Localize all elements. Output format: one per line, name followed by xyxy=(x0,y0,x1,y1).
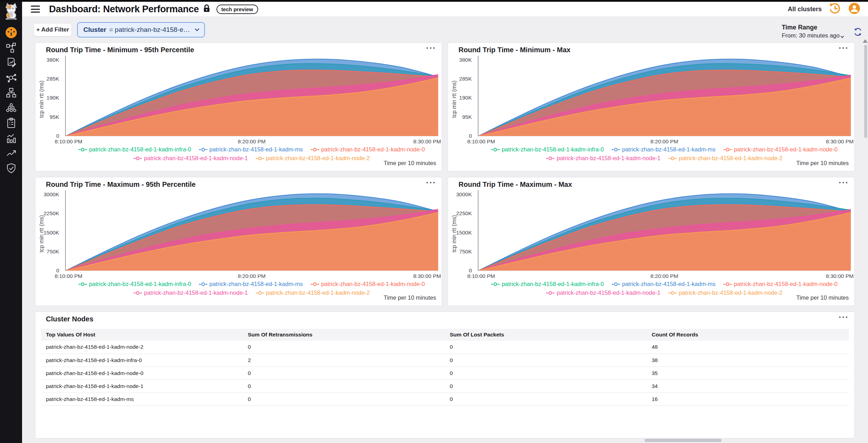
dashboards-gauge-icon xyxy=(5,27,17,39)
x-tick-label: 8:20:00 PM xyxy=(238,138,266,145)
chevron-down-icon xyxy=(841,35,844,38)
series-marker-icon xyxy=(668,291,677,295)
legend-item[interactable]: patrick-zhan-bz-4158-ed-1-kadm-node-0 xyxy=(723,146,838,153)
history-icon[interactable] xyxy=(829,2,841,16)
legend-item[interactable]: patrick-zhan-bz-4158-ed-1-kadm-node-1 xyxy=(133,155,248,162)
legend-item[interactable]: patrick-zhan-bz-4158-ed-1-kadm-node-0 xyxy=(311,281,425,287)
cluster-group-icon xyxy=(6,103,16,113)
legend-item[interactable]: patrick-zhan-bz-4158-ed-1-kadm-ms xyxy=(612,281,716,287)
sidebar-item-tasks[interactable] xyxy=(0,115,22,130)
area-chart xyxy=(65,190,438,271)
sidebar xyxy=(0,0,22,443)
legend-item[interactable]: patrick-zhan-bz-4158-ed-1-kadm-node-2 xyxy=(256,155,370,162)
horizontal-scrollbar-thumb[interactable] xyxy=(645,439,722,442)
legend-item[interactable]: patrick-zhan-bz-4158-ed-1-kadm-ms xyxy=(199,146,303,153)
sidebar-item-infrastructure[interactable] xyxy=(0,85,22,100)
y-tick-label: 285K xyxy=(31,76,59,82)
x-tick-label: 8:10:00 PM xyxy=(467,138,495,145)
scrollbar-up-arrow[interactable] xyxy=(863,39,868,43)
panel-menu-icon[interactable]: ··· xyxy=(839,177,849,188)
panel-title: Round Trip Time - Maximum - 95th Percent… xyxy=(46,180,196,189)
table-column-header: Count Of Records xyxy=(647,329,849,341)
legend-item[interactable]: patrick-zhan-bz-4158-ed-1-kadm-node-2 xyxy=(668,289,783,296)
user-avatar-icon[interactable] xyxy=(848,2,860,16)
y-tick-label: 750K xyxy=(444,248,472,255)
table-cell: 0 xyxy=(445,341,647,354)
x-axis-line xyxy=(65,136,438,136)
legend-item[interactable]: patrick-zhan-bz-4158-ed-1-kadm-infra-0 xyxy=(491,146,604,153)
series-marker-icon xyxy=(546,291,554,295)
cluster-filter-field: Cluster xyxy=(83,26,106,34)
table-row: patrick-zhan-bz-4158-ed-1-kadm-node-2004… xyxy=(41,341,849,354)
sidebar-item-reports[interactable] xyxy=(0,55,22,70)
table-row: patrick-zhan-bz-4158-ed-1-kadm-node-1003… xyxy=(41,380,849,393)
table-column-header: Top Values Of Host xyxy=(41,329,243,341)
y-tick-label: 285K xyxy=(444,76,472,82)
table-cell: 0 xyxy=(243,393,445,405)
sidebar-item-anomaly[interactable] xyxy=(0,70,22,85)
legend-item[interactable]: patrick-zhan-bz-4158-ed-1-kadm-infra-0 xyxy=(78,281,191,287)
topology-icon xyxy=(6,42,16,53)
chart-footer: Time per 10 minutes xyxy=(796,160,849,166)
clipboard-icon xyxy=(6,118,16,128)
sitemap-icon xyxy=(6,88,16,98)
legend-item[interactable]: patrick-zhan-bz-4158-ed-1-kadm-node-0 xyxy=(311,146,425,153)
legend-item[interactable]: patrick-zhan-bz-4158-ed-1-kadm-infra-0 xyxy=(78,146,191,153)
table-column-header: Sum Of Retransmissions xyxy=(243,329,445,341)
cluster-filter-chip[interactable]: Cluster = patrick-zhan-bz-4158-e… xyxy=(77,22,205,38)
panel-menu-icon[interactable]: ··· xyxy=(839,43,849,53)
legend-item[interactable]: patrick-zhan-bz-4158-ed-1-kadm-ms xyxy=(199,281,303,287)
series-marker-icon xyxy=(612,148,620,151)
legend-item[interactable]: patrick-zhan-bz-4158-ed-1-kadm-node-2 xyxy=(668,155,783,162)
all-clusters-selector[interactable]: All clusters xyxy=(788,6,822,13)
x-tick-label: 8:30:00 PM xyxy=(413,273,441,279)
y-tick-label: 1500K xyxy=(444,230,472,236)
report-edit-icon xyxy=(6,57,16,68)
chart-footer: Time per 10 minutes xyxy=(384,160,436,166)
y-tick-label: 95K xyxy=(444,114,472,120)
x-tick-label: 8:30:00 PM xyxy=(826,138,854,145)
refresh-icon[interactable] xyxy=(853,27,862,38)
panel-title: Round Trip Time - Maximum - Max xyxy=(459,180,572,189)
legend-item[interactable]: patrick-zhan-bz-4158-ed-1-kadm-node-1 xyxy=(133,289,248,296)
table-cell: 0 xyxy=(445,380,647,393)
legend-item[interactable]: patrick-zhan-bz-4158-ed-1-kadm-node-1 xyxy=(546,289,660,296)
panel-menu-icon[interactable]: ··· xyxy=(839,312,849,322)
sidebar-item-clusters[interactable] xyxy=(0,100,22,115)
chart-panel: Round Trip Time - Minimum - 95th Percent… xyxy=(35,42,442,171)
sidebar-item-security[interactable] xyxy=(0,161,22,176)
sidebar-item-dashboards[interactable] xyxy=(0,25,22,40)
legend-item[interactable]: patrick-zhan-bz-4158-ed-1-kadm-infra-0 xyxy=(491,281,604,287)
y-tick-label: 2250K xyxy=(31,210,59,217)
cluster-filter-value: = patrick-zhan-bz-4158-e… xyxy=(109,26,190,34)
vertical-scrollbar-thumb[interactable] xyxy=(864,45,867,138)
sidebar-item-topology[interactable] xyxy=(0,40,22,55)
series-marker-icon xyxy=(668,157,677,160)
shield-check-icon xyxy=(6,163,16,173)
molecule-icon xyxy=(6,73,16,83)
legend-item[interactable]: patrick-zhan-bz-4158-ed-1-kadm-node-1 xyxy=(546,155,660,162)
sidebar-item-metrics[interactable] xyxy=(0,130,22,145)
legend-item[interactable]: patrick-zhan-bz-4158-ed-1-kadm-node-2 xyxy=(256,289,370,296)
legend-item[interactable]: patrick-zhan-bz-4158-ed-1-kadm-ms xyxy=(612,146,716,153)
panel-menu-icon[interactable]: ··· xyxy=(426,177,436,188)
x-tick-label: 8:20:00 PM xyxy=(650,273,678,279)
panel-menu-icon[interactable]: ··· xyxy=(426,43,436,53)
legend-item[interactable]: patrick-zhan-bz-4158-ed-1-kadm-node-0 xyxy=(723,281,838,287)
x-axis-line xyxy=(65,271,438,271)
sidebar-item-trends[interactable] xyxy=(0,145,22,161)
y-tick-label: 750K xyxy=(31,248,59,255)
lock-icon xyxy=(203,4,210,14)
time-range-label: Time Range xyxy=(782,24,843,31)
series-marker-icon xyxy=(199,282,207,286)
series-marker-icon xyxy=(256,291,264,295)
x-axis-line xyxy=(478,136,851,136)
table-cell: 2 xyxy=(243,354,445,367)
time-range-from[interactable]: From: 30 minutes ago xyxy=(782,32,843,39)
add-filter-button[interactable]: + Add Filter xyxy=(34,23,72,36)
y-tick-label: 1500K xyxy=(31,230,59,236)
menu-hamburger-icon[interactable] xyxy=(31,6,40,13)
series-marker-icon xyxy=(311,148,319,151)
cat-logo[interactable] xyxy=(0,4,22,19)
x-tick-label: 8:30:00 PM xyxy=(826,273,854,279)
